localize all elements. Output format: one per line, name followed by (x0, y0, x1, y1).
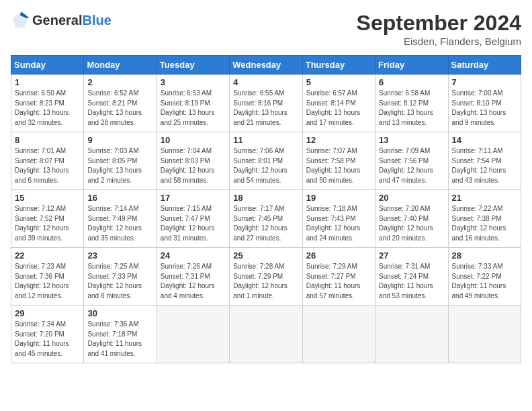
day-info: Sunrise: 7:26 AM Sunset: 7:31 PM Dayligh… (161, 262, 226, 301)
day-number: 16 (87, 193, 152, 203)
day-number: 15 (15, 193, 80, 203)
table-row: 20Sunrise: 7:20 AM Sunset: 7:40 PM Dayli… (375, 190, 448, 248)
table-row: 4Sunrise: 6:55 AM Sunset: 8:16 PM Daylig… (230, 75, 302, 132)
day-number: 5 (306, 77, 371, 87)
day-number: 8 (15, 135, 80, 145)
day-number: 2 (87, 77, 152, 87)
day-number: 20 (379, 193, 444, 203)
table-row: 25Sunrise: 7:28 AM Sunset: 7:29 PM Dayli… (230, 248, 302, 306)
day-number: 25 (233, 250, 298, 261)
day-info: Sunrise: 6:58 AM Sunset: 8:12 PM Dayligh… (379, 89, 444, 128)
day-info: Sunrise: 7:20 AM Sunset: 7:40 PM Dayligh… (379, 204, 444, 243)
day-number: 13 (379, 135, 444, 145)
day-number: 14 (452, 135, 517, 145)
table-row: 5Sunrise: 6:57 AM Sunset: 8:14 PM Daylig… (302, 75, 375, 132)
col-friday: Friday (375, 56, 448, 75)
day-info: Sunrise: 7:11 AM Sunset: 7:54 PM Dayligh… (452, 146, 517, 185)
table-row: 1Sunrise: 6:50 AM Sunset: 8:23 PM Daylig… (11, 75, 84, 132)
day-number: 26 (306, 250, 371, 261)
calendar-table: Sunday Monday Tuesday Wednesday Thursday… (11, 55, 521, 363)
day-info: Sunrise: 7:25 AM Sunset: 7:33 PM Dayligh… (87, 262, 152, 301)
day-number: 17 (161, 193, 226, 203)
table-row: 23Sunrise: 7:25 AM Sunset: 7:33 PM Dayli… (84, 248, 157, 306)
calendar-header-row: Sunday Monday Tuesday Wednesday Thursday… (11, 56, 521, 75)
table-row: 24Sunrise: 7:26 AM Sunset: 7:31 PM Dayli… (157, 248, 229, 306)
table-row (230, 306, 302, 363)
col-monday: Monday (84, 56, 157, 75)
logo-icon (11, 11, 30, 30)
day-info: Sunrise: 7:04 AM Sunset: 8:03 PM Dayligh… (161, 146, 226, 185)
col-wednesday: Wednesday (230, 56, 302, 75)
table-row: 13Sunrise: 7:09 AM Sunset: 7:56 PM Dayli… (375, 132, 448, 190)
day-number: 18 (233, 193, 298, 203)
table-row: 17Sunrise: 7:15 AM Sunset: 7:47 PM Dayli… (157, 190, 229, 248)
day-number: 1 (15, 77, 80, 87)
table-row: 9Sunrise: 7:03 AM Sunset: 8:05 PM Daylig… (84, 132, 157, 190)
day-number: 9 (87, 135, 152, 145)
day-info: Sunrise: 6:52 AM Sunset: 8:21 PM Dayligh… (87, 89, 152, 128)
table-row: 30Sunrise: 7:36 AM Sunset: 7:18 PM Dayli… (84, 306, 157, 363)
table-row (157, 306, 229, 363)
day-info: Sunrise: 7:22 AM Sunset: 7:38 PM Dayligh… (452, 204, 517, 243)
day-info: Sunrise: 7:14 AM Sunset: 7:49 PM Dayligh… (87, 204, 152, 243)
table-row: 28Sunrise: 7:33 AM Sunset: 7:22 PM Dayli… (448, 248, 521, 306)
day-number: 10 (161, 135, 226, 145)
day-number: 22 (15, 250, 80, 261)
table-row: 6Sunrise: 6:58 AM Sunset: 8:12 PM Daylig… (375, 75, 448, 132)
title-block: September 2024 Eisden, Flanders, Belgium (357, 11, 521, 47)
day-info: Sunrise: 7:18 AM Sunset: 7:43 PM Dayligh… (306, 204, 371, 243)
day-info: Sunrise: 7:15 AM Sunset: 7:47 PM Dayligh… (161, 204, 226, 243)
table-row: 18Sunrise: 7:17 AM Sunset: 7:45 PM Dayli… (230, 190, 302, 248)
day-info: Sunrise: 6:53 AM Sunset: 8:19 PM Dayligh… (161, 89, 226, 128)
day-info: Sunrise: 6:50 AM Sunset: 8:23 PM Dayligh… (15, 89, 80, 128)
day-number: 6 (379, 77, 444, 87)
day-number: 29 (15, 308, 80, 318)
day-info: Sunrise: 7:01 AM Sunset: 8:07 PM Dayligh… (15, 146, 80, 185)
table-row: 26Sunrise: 7:29 AM Sunset: 7:27 PM Dayli… (302, 248, 375, 306)
day-number: 24 (161, 250, 226, 261)
day-info: Sunrise: 6:55 AM Sunset: 8:16 PM Dayligh… (233, 89, 298, 128)
day-number: 21 (452, 193, 517, 203)
day-info: Sunrise: 6:57 AM Sunset: 8:14 PM Dayligh… (306, 89, 371, 128)
day-number: 4 (233, 77, 298, 87)
table-row: 19Sunrise: 7:18 AM Sunset: 7:43 PM Dayli… (302, 190, 375, 248)
table-row: 14Sunrise: 7:11 AM Sunset: 7:54 PM Dayli… (448, 132, 521, 190)
table-row: 8Sunrise: 7:01 AM Sunset: 8:07 PM Daylig… (11, 132, 84, 190)
day-number: 27 (379, 250, 444, 261)
table-row: 16Sunrise: 7:14 AM Sunset: 7:49 PM Dayli… (84, 190, 157, 248)
day-info: Sunrise: 7:28 AM Sunset: 7:29 PM Dayligh… (233, 262, 298, 301)
day-info: Sunrise: 7:06 AM Sunset: 8:01 PM Dayligh… (233, 146, 298, 185)
table-row: 21Sunrise: 7:22 AM Sunset: 7:38 PM Dayli… (448, 190, 521, 248)
day-number: 7 (452, 77, 517, 87)
day-info: Sunrise: 7:03 AM Sunset: 8:05 PM Dayligh… (87, 146, 152, 185)
day-number: 12 (306, 135, 371, 145)
table-row: 22Sunrise: 7:23 AM Sunset: 7:36 PM Dayli… (11, 248, 84, 306)
svg-marker-0 (13, 13, 28, 28)
month-year: September 2024 (357, 11, 521, 36)
page-header: GeneralBlue September 2024 Eisden, Fland… (11, 11, 521, 47)
day-info: Sunrise: 7:34 AM Sunset: 7:20 PM Dayligh… (15, 320, 80, 359)
day-number: 11 (233, 135, 298, 145)
location: Eisden, Flanders, Belgium (357, 36, 521, 47)
logo-text: GeneralBlue (32, 13, 112, 28)
table-row: 27Sunrise: 7:31 AM Sunset: 7:24 PM Dayli… (375, 248, 448, 306)
table-row: 7Sunrise: 7:00 AM Sunset: 8:10 PM Daylig… (448, 75, 521, 132)
table-row: 11Sunrise: 7:06 AM Sunset: 8:01 PM Dayli… (230, 132, 302, 190)
col-sunday: Sunday (11, 56, 84, 75)
table-row: 15Sunrise: 7:12 AM Sunset: 7:52 PM Dayli… (11, 190, 84, 248)
day-info: Sunrise: 7:17 AM Sunset: 7:45 PM Dayligh… (233, 204, 298, 243)
day-info: Sunrise: 7:07 AM Sunset: 7:58 PM Dayligh… (306, 146, 371, 185)
day-number: 19 (306, 193, 371, 203)
table-row (375, 306, 448, 363)
day-info: Sunrise: 7:36 AM Sunset: 7:18 PM Dayligh… (87, 320, 152, 359)
day-info: Sunrise: 7:12 AM Sunset: 7:52 PM Dayligh… (15, 204, 80, 243)
col-tuesday: Tuesday (157, 56, 229, 75)
table-row (302, 306, 375, 363)
day-info: Sunrise: 7:00 AM Sunset: 8:10 PM Dayligh… (452, 89, 517, 128)
table-row: 3Sunrise: 6:53 AM Sunset: 8:19 PM Daylig… (157, 75, 229, 132)
day-info: Sunrise: 7:09 AM Sunset: 7:56 PM Dayligh… (379, 146, 444, 185)
table-row: 2Sunrise: 6:52 AM Sunset: 8:21 PM Daylig… (84, 75, 157, 132)
day-number: 28 (452, 250, 517, 261)
day-number: 3 (161, 77, 226, 87)
table-row: 10Sunrise: 7:04 AM Sunset: 8:03 PM Dayli… (157, 132, 229, 190)
